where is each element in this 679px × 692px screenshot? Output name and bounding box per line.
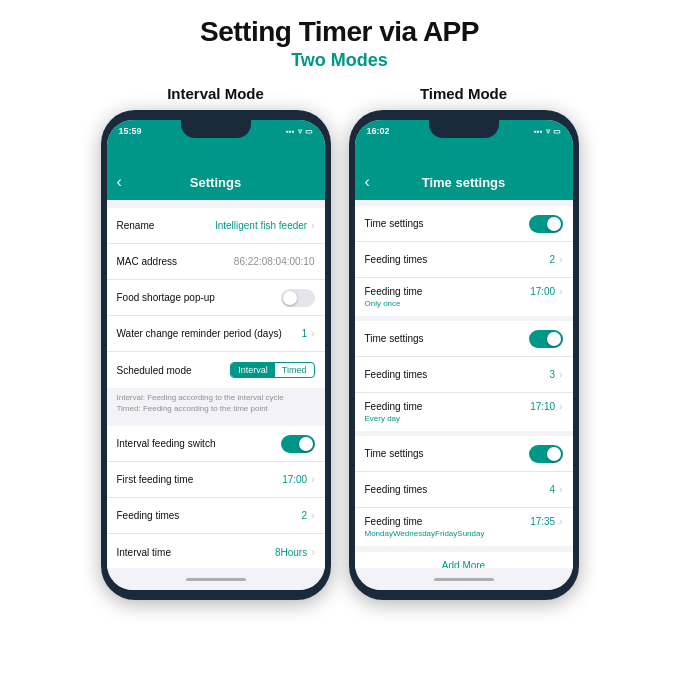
interval-first-feeding-row[interactable]: First feeding time 17:00 › (107, 462, 325, 498)
timed-b2-ft-chevron: › (559, 401, 562, 412)
timed-b2-time-settings-row[interactable]: Time settings (355, 321, 573, 357)
interval-group-2: Interval feeding switch First feeding ti… (107, 426, 325, 568)
interval-rename-value: Intelligent fish feeder › (215, 220, 315, 231)
phones-row: Interval Mode 15:59 ▪▪▪ ▿ ▭ (101, 85, 579, 600)
interval-switch-row[interactable]: Interval feeding switch (107, 426, 325, 462)
timed-mode-label: Timed Mode (420, 85, 507, 102)
timed-app-header: ‹ Time settings (355, 164, 573, 200)
interval-feeding-times-label: Feeding times (117, 510, 180, 521)
timed-phone: 16:02 ▪▪▪ ▿ ▭ ‹ Time settings (349, 110, 579, 600)
timed-b3-feeding-time-value: 17:35 › (530, 516, 562, 527)
timed-signal-icon: ▪▪▪ (534, 127, 543, 136)
timed-b2-toggle-knob (547, 332, 561, 346)
timed-wifi-icon: ▿ (546, 127, 550, 136)
timed-b2-toggle[interactable] (529, 330, 563, 348)
timed-b1-feeding-time-value: 17:00 › (530, 286, 562, 297)
wifi-icon: ▿ (298, 127, 302, 136)
interval-interval-time-chevron: › (311, 547, 314, 558)
timed-b2-feeding-times-row[interactable]: Feeding times 3 › (355, 357, 573, 393)
interval-header-title: Settings (190, 175, 241, 190)
timed-notch (429, 120, 499, 138)
interval-status-icons: ▪▪▪ ▿ ▭ (286, 126, 313, 136)
timed-b2-time-settings-label: Time settings (365, 333, 424, 344)
interval-mode-section: Interval Mode 15:59 ▪▪▪ ▿ ▭ (101, 85, 331, 600)
interval-seg-interval[interactable]: Interval (231, 363, 275, 377)
timed-b1-toggle-knob (547, 217, 561, 231)
signal-icon: ▪▪▪ (286, 127, 295, 136)
timed-block-1: Time settings Feeding times 2 › (355, 206, 573, 316)
interval-first-feeding-chevron: › (311, 474, 314, 485)
interval-hint: Interval: Feeding according to the inter… (107, 388, 325, 418)
interval-food-toggle-knob (283, 291, 297, 305)
timed-header-title: Time settings (422, 175, 506, 190)
timed-b3-feeding-times-chevron: › (559, 484, 562, 495)
timed-b1-time-settings-row[interactable]: Time settings (355, 206, 573, 242)
interval-home-indicator (107, 568, 325, 590)
interval-phone-inner: 15:59 ▪▪▪ ▿ ▭ ‹ Settings (107, 120, 325, 590)
interval-food-label: Food shortage pop-up (117, 292, 215, 303)
interval-feeding-times-chevron: › (311, 510, 314, 521)
interval-first-feeding-label: First feeding time (117, 474, 194, 485)
timed-notch-bar: 16:02 ▪▪▪ ▿ ▭ (355, 120, 573, 164)
interval-water-row[interactable]: Water change reminder period (days) 1 › (107, 316, 325, 352)
timed-b1-toggle[interactable] (529, 215, 563, 233)
timed-b2-feeding-time-value: 17:10 › (530, 401, 562, 412)
interval-seg-timed[interactable]: Timed (275, 363, 314, 377)
timed-b2-feeding-time-row[interactable]: Feeding time 17:10 › Every day (355, 393, 573, 431)
timed-b1-feeding-times-label: Feeding times (365, 254, 428, 265)
timed-b3-feeding-times-row[interactable]: Feeding times 4 › (355, 472, 573, 508)
timed-battery-icon: ▭ (553, 127, 561, 136)
interval-app-content: Rename Intelligent fish feeder › MAC add… (107, 200, 325, 568)
timed-block-3: Time settings Feeding times 4 › (355, 436, 573, 546)
interval-rename-row[interactable]: Rename Intelligent fish feeder › (107, 208, 325, 244)
interval-water-chevron: › (311, 328, 314, 339)
interval-rename-label: Rename (117, 220, 155, 231)
interval-food-toggle[interactable] (281, 289, 315, 307)
interval-segment[interactable]: Interval Timed (230, 362, 314, 378)
sub-title: Two Modes (291, 50, 388, 71)
timed-b3-toggle[interactable] (529, 445, 563, 463)
interval-group-1: Rename Intelligent fish feeder › MAC add… (107, 208, 325, 388)
battery-icon: ▭ (305, 127, 313, 136)
timed-b2-recurrence: Every day (365, 414, 401, 423)
timed-b1-ft-chevron: › (559, 286, 562, 297)
interval-switch-toggle[interactable] (281, 435, 315, 453)
timed-b1-feeding-times-chevron: › (559, 254, 562, 265)
interval-mac-value: 86:22:08:04:00:10 (234, 256, 315, 267)
interval-mac-label: MAC address (117, 256, 178, 267)
interval-feeding-times-row[interactable]: Feeding times 2 › (107, 498, 325, 534)
timed-app-content: Time settings Feeding times 2 › (355, 200, 573, 568)
interval-home-bar (186, 578, 246, 581)
interval-scheduled-row[interactable]: Scheduled mode Interval Timed (107, 352, 325, 388)
interval-feeding-times-value: 2 › (302, 510, 315, 521)
timed-b1-feeding-times-row[interactable]: Feeding times 2 › (355, 242, 573, 278)
interval-notch (181, 120, 251, 138)
interval-mac-row: MAC address 86:22:08:04:00:10 (107, 244, 325, 280)
timed-b3-time-settings-row[interactable]: Time settings (355, 436, 573, 472)
timed-b1-recurrence: Only once (365, 299, 401, 308)
timed-b2-feeding-times-value: 3 › (550, 369, 563, 380)
timed-b3-feeding-time-row[interactable]: Feeding time 17:35 › MondayWednesdayFrid… (355, 508, 573, 546)
interval-interval-time-row[interactable]: Interval time 8Hours › (107, 534, 325, 568)
timed-back-btn[interactable]: ‹ (365, 173, 370, 191)
interval-scheduled-label: Scheduled mode (117, 365, 192, 376)
interval-water-value: 1 › (302, 328, 315, 339)
timed-home-indicator (355, 568, 573, 590)
interval-switch-knob (299, 437, 313, 451)
timed-b2-feeding-time-label: Feeding time (365, 401, 423, 412)
interval-interval-time-label: Interval time (117, 547, 171, 558)
timed-home-bar (434, 578, 494, 581)
main-title: Setting Timer via APP (200, 16, 479, 48)
timed-add-more[interactable]: Add More (355, 552, 573, 568)
interval-back-btn[interactable]: ‹ (117, 173, 122, 191)
timed-b2-feeding-times-label: Feeding times (365, 369, 428, 380)
interval-time: 15:59 (119, 126, 142, 136)
page: Setting Timer via APP Two Modes Interval… (0, 0, 679, 692)
interval-food-row[interactable]: Food shortage pop-up (107, 280, 325, 316)
timed-b1-feeding-time-row[interactable]: Feeding time 17:00 › Only once (355, 278, 573, 316)
interval-notch-bar: 15:59 ▪▪▪ ▿ ▭ (107, 120, 325, 164)
interval-interval-time-value: 8Hours › (275, 547, 315, 558)
timed-b1-feeding-times-value: 2 › (550, 254, 563, 265)
interval-mode-label: Interval Mode (167, 85, 264, 102)
timed-b3-feeding-times-value: 4 › (550, 484, 563, 495)
